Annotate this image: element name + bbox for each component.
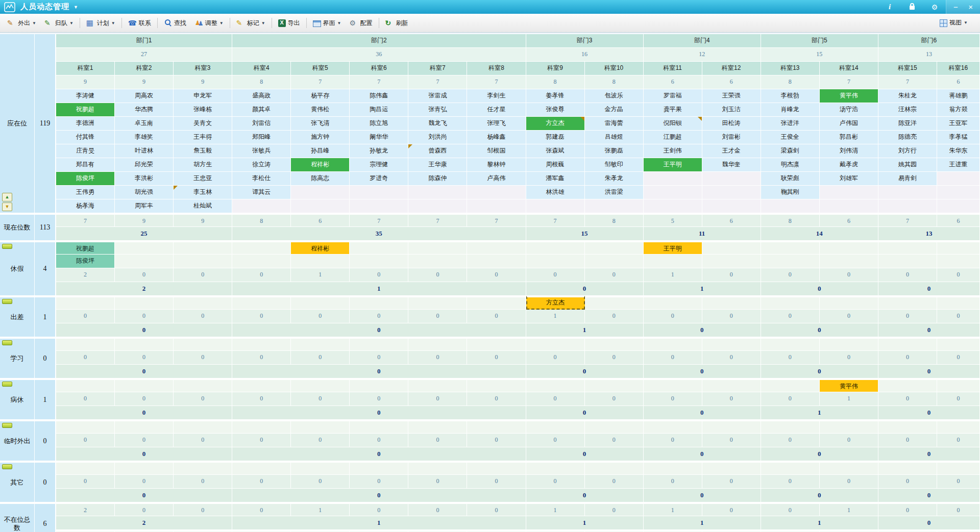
info-icon[interactable]: i (878, 3, 901, 11)
roster-cell[interactable]: 张鹏磊 (585, 144, 644, 158)
roster-cell[interactable]: 谭其云 (232, 186, 291, 199)
roster-cell[interactable]: 陈德亮 (878, 131, 937, 144)
roster-cell[interactable]: 王俊全 (761, 131, 820, 144)
roster-cell[interactable]: 张峰栋 (174, 103, 232, 117)
roster-cell[interactable]: 汪林宗 (878, 103, 937, 117)
roster-cell[interactable]: 江鹏超 (644, 131, 702, 144)
roster-cell[interactable]: 陶昌运 (350, 103, 408, 117)
title-dropdown-icon[interactable]: ▼ (74, 5, 78, 10)
roster-cell[interactable]: 李洪彬 (115, 172, 174, 186)
roster-cell[interactable]: 施方钟 (291, 131, 350, 144)
view-button[interactable]: 视图 ▼ (936, 16, 972, 29)
collapse-toggle-icon[interactable] (2, 299, 12, 304)
roster-cell[interactable]: 张雷成 (408, 89, 467, 103)
roster-cell[interactable]: 杨平存 (291, 89, 350, 103)
roster-cell[interactable]: 刘雷信 (232, 117, 291, 131)
roster-cell[interactable]: 陈俊坪 (56, 172, 115, 186)
roster-cell[interactable]: 张进洋 (761, 117, 820, 131)
roster-cell[interactable]: 邹敏印 (585, 158, 644, 172)
roster-cell[interactable]: 曾森西 (408, 144, 467, 158)
roster-cell[interactable]: 姜孝锋 (526, 89, 585, 103)
roster-cell[interactable]: 耿荣彪 (761, 172, 820, 186)
roster-cell[interactable]: 周根巍 (526, 158, 585, 172)
toolbar-button-adjust[interactable]: 调整▼ (190, 17, 228, 30)
roster-cell[interactable]: 龚平果 (644, 103, 702, 117)
roster-cell[interactable]: 明杰凛 (761, 158, 820, 172)
roster-cell[interactable]: 盛高政 (232, 89, 291, 103)
roster-cell[interactable]: 陈亚洋 (878, 117, 937, 131)
roster-cell[interactable]: 翁方燚 (937, 103, 980, 117)
scroll-down-button[interactable]: ▼ (2, 202, 12, 211)
roster-cell[interactable]: 王才金 (702, 144, 761, 158)
roster-cell[interactable]: 吴青文 (174, 117, 232, 131)
roster-cell[interactable]: 宗理健 (350, 158, 408, 172)
roster-cell[interactable]: 罗雷福 (644, 89, 702, 103)
roster-cell[interactable]: 郭建磊 (526, 131, 585, 144)
roster-cell[interactable]: 鞠其刚 (761, 186, 820, 199)
roster-cell[interactable]: 姚其园 (878, 158, 937, 172)
roster-cell[interactable]: 周高农 (115, 89, 174, 103)
roster-cell[interactable]: 王荣强 (702, 89, 761, 103)
roster-cell[interactable]: 胡方生 (174, 158, 232, 172)
roster-cell[interactable]: 陈伟鑫 (350, 89, 408, 103)
toolbar-button-excel[interactable]: 导出 (274, 17, 304, 30)
collapse-toggle-icon[interactable] (2, 340, 12, 345)
roster-cell[interactable]: 刘雄军 (820, 172, 878, 186)
roster-cell[interactable]: 陈立旭 (350, 117, 408, 131)
roster-cell[interactable]: 郭昌彬 (820, 131, 878, 144)
roster-cell[interactable]: 徐立涛 (232, 158, 291, 172)
roster-cell[interactable]: 庄青旻 (56, 144, 115, 158)
roster-cell[interactable]: 刘玉洁 (702, 103, 761, 117)
toolbar-button-refresh[interactable]: 刷新 (381, 17, 412, 30)
roster-cell[interactable]: 肖峰龙 (761, 103, 820, 117)
toolbar-button-mark[interactable]: 标记▼ (232, 17, 270, 30)
roster-cell[interactable]: 李雄奖 (115, 131, 174, 144)
roster-cell[interactable]: 付其锋 (56, 131, 115, 144)
roster-cell[interactable]: 周军丰 (115, 199, 174, 213)
roster-cell[interactable]: 申龙军 (174, 89, 232, 103)
roster-cell[interactable]: 颜其卓 (232, 103, 291, 117)
roster-cell[interactable]: 倪阳钡 (644, 117, 702, 131)
roster-cell[interactable]: 詹玉毅 (174, 144, 232, 158)
roster-cell[interactable]: 洪雷梁 (585, 186, 644, 199)
toolbar-button-edit-in[interactable]: 归队▼ (40, 17, 78, 30)
roster-cell[interactable]: 李德洲 (56, 117, 115, 131)
roster-cell[interactable]: 郑阳峰 (232, 131, 291, 144)
close-button[interactable]: × (965, 0, 976, 14)
collapse-toggle-icon[interactable] (2, 244, 12, 249)
roster-cell[interactable]: 田松涛 (702, 117, 761, 131)
roster-cell[interactable]: 罗进奇 (350, 172, 408, 186)
collapse-toggle-icon[interactable] (2, 423, 12, 428)
roster-cell[interactable]: 朱华东 (937, 144, 980, 158)
roster-cell[interactable]: 王亚军 (937, 117, 980, 131)
roster-cell[interactable]: 卢伟国 (820, 117, 878, 131)
lock-icon[interactable] (901, 3, 923, 11)
toolbar-button-plan[interactable]: 计划▼ (82, 17, 119, 30)
roster-cell[interactable]: 朱孝龙 (585, 172, 644, 186)
roster-cell[interactable]: 刘伟清 (820, 144, 878, 158)
roster-cell[interactable]: 王进重 (937, 158, 980, 172)
status-name-cell-vacation[interactable]: 程祥彬 (291, 241, 350, 255)
collapse-toggle-icon[interactable] (2, 464, 12, 469)
roster-cell[interactable]: 胡光强 (115, 186, 174, 199)
roster-cell[interactable]: 刘雷彬 (702, 131, 761, 144)
roster-cell[interactable]: 邱光荣 (115, 158, 174, 172)
roster-cell[interactable]: 魏龙飞 (408, 117, 467, 131)
roster-cell[interactable]: 王华康 (408, 158, 467, 172)
roster-cell[interactable]: 张青弘 (408, 103, 467, 117)
status-name-cell-trip[interactable]: 方立杰 (526, 296, 585, 310)
roster-cell[interactable]: 张森斌 (526, 144, 585, 158)
roster-cell[interactable]: 杨孝海 (56, 199, 115, 213)
status-name-cell-vacation[interactable]: 陈俊坪 (56, 255, 115, 268)
roster-cell[interactable]: 王剑伟 (644, 144, 702, 158)
roster-cell[interactable]: 孙昌峰 (291, 144, 350, 158)
roster-cell[interactable]: 张敏兵 (232, 144, 291, 158)
roster-cell[interactable]: 吕雄煜 (585, 131, 644, 144)
roster-cell[interactable]: 邹根国 (467, 144, 526, 158)
roster-cell[interactable]: 潘军鑫 (526, 172, 585, 186)
gear-icon[interactable]: ⚙ (923, 3, 946, 11)
roster-cell[interactable]: 王伟勇 (56, 186, 115, 199)
roster-cell[interactable]: 蒋雄鹏 (937, 89, 980, 103)
roster-cell[interactable]: 黄平伟 (820, 89, 878, 103)
roster-cell[interactable]: 方立杰 (526, 117, 585, 131)
